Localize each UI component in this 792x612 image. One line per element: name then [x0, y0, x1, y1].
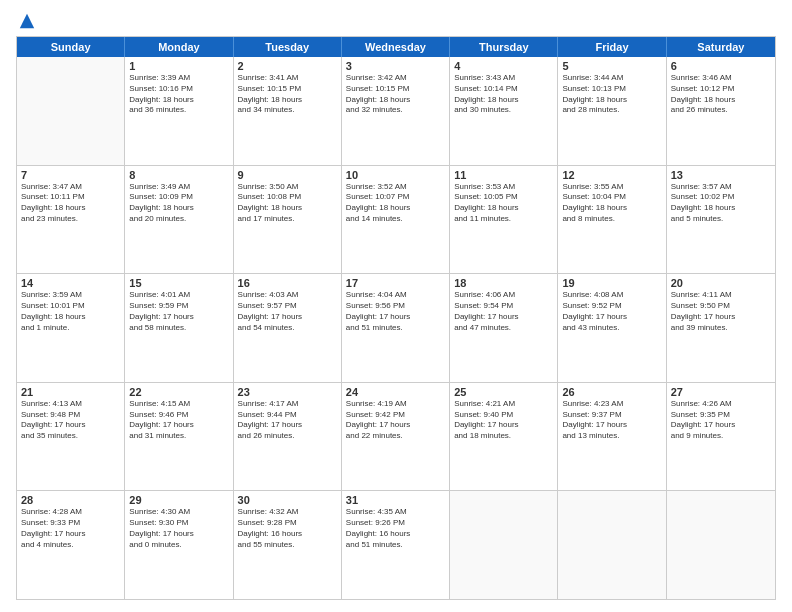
day-info: Sunrise: 4:06 AMSunset: 9:54 PMDaylight:… [454, 290, 553, 333]
day-number: 21 [21, 386, 120, 398]
svg-marker-0 [20, 14, 34, 28]
day-number: 2 [238, 60, 337, 72]
day-info: Sunrise: 4:13 AMSunset: 9:48 PMDaylight:… [21, 399, 120, 442]
day-info: Sunrise: 4:35 AMSunset: 9:26 PMDaylight:… [346, 507, 445, 550]
day-number: 16 [238, 277, 337, 289]
day-number: 15 [129, 277, 228, 289]
day-info: Sunrise: 4:32 AMSunset: 9:28 PMDaylight:… [238, 507, 337, 550]
weekday-header-wednesday: Wednesday [342, 37, 450, 57]
day-cell-16: 16Sunrise: 4:03 AMSunset: 9:57 PMDayligh… [234, 274, 342, 382]
day-number: 30 [238, 494, 337, 506]
day-info: Sunrise: 3:52 AMSunset: 10:07 PMDaylight… [346, 182, 445, 225]
empty-cell [450, 491, 558, 599]
day-number: 22 [129, 386, 228, 398]
day-number: 12 [562, 169, 661, 181]
day-info: Sunrise: 4:15 AMSunset: 9:46 PMDaylight:… [129, 399, 228, 442]
day-number: 29 [129, 494, 228, 506]
day-info: Sunrise: 3:44 AMSunset: 10:13 PMDaylight… [562, 73, 661, 116]
day-info: Sunrise: 3:42 AMSunset: 10:15 PMDaylight… [346, 73, 445, 116]
day-cell-15: 15Sunrise: 4:01 AMSunset: 9:59 PMDayligh… [125, 274, 233, 382]
day-info: Sunrise: 4:19 AMSunset: 9:42 PMDaylight:… [346, 399, 445, 442]
day-cell-26: 26Sunrise: 4:23 AMSunset: 9:37 PMDayligh… [558, 383, 666, 491]
day-number: 25 [454, 386, 553, 398]
day-info: Sunrise: 4:04 AMSunset: 9:56 PMDaylight:… [346, 290, 445, 333]
weekday-header-friday: Friday [558, 37, 666, 57]
day-info: Sunrise: 4:21 AMSunset: 9:40 PMDaylight:… [454, 399, 553, 442]
day-number: 20 [671, 277, 771, 289]
day-info: Sunrise: 4:23 AMSunset: 9:37 PMDaylight:… [562, 399, 661, 442]
day-number: 31 [346, 494, 445, 506]
day-cell-13: 13Sunrise: 3:57 AMSunset: 10:02 PMDaylig… [667, 166, 775, 274]
day-cell-11: 11Sunrise: 3:53 AMSunset: 10:05 PMDaylig… [450, 166, 558, 274]
weekday-header-saturday: Saturday [667, 37, 775, 57]
day-info: Sunrise: 4:26 AMSunset: 9:35 PMDaylight:… [671, 399, 771, 442]
day-cell-5: 5Sunrise: 3:44 AMSunset: 10:13 PMDayligh… [558, 57, 666, 165]
day-cell-25: 25Sunrise: 4:21 AMSunset: 9:40 PMDayligh… [450, 383, 558, 491]
day-number: 23 [238, 386, 337, 398]
day-info: Sunrise: 3:57 AMSunset: 10:02 PMDaylight… [671, 182, 771, 225]
day-info: Sunrise: 3:59 AMSunset: 10:01 PMDaylight… [21, 290, 120, 333]
weekday-header-tuesday: Tuesday [234, 37, 342, 57]
day-number: 1 [129, 60, 228, 72]
day-info: Sunrise: 4:30 AMSunset: 9:30 PMDaylight:… [129, 507, 228, 550]
day-cell-12: 12Sunrise: 3:55 AMSunset: 10:04 PMDaylig… [558, 166, 666, 274]
day-cell-17: 17Sunrise: 4:04 AMSunset: 9:56 PMDayligh… [342, 274, 450, 382]
day-number: 28 [21, 494, 120, 506]
day-number: 17 [346, 277, 445, 289]
week-row-5: 28Sunrise: 4:28 AMSunset: 9:33 PMDayligh… [17, 491, 775, 599]
day-number: 26 [562, 386, 661, 398]
day-info: Sunrise: 3:43 AMSunset: 10:14 PMDaylight… [454, 73, 553, 116]
day-info: Sunrise: 4:01 AMSunset: 9:59 PMDaylight:… [129, 290, 228, 333]
day-cell-20: 20Sunrise: 4:11 AMSunset: 9:50 PMDayligh… [667, 274, 775, 382]
day-info: Sunrise: 3:50 AMSunset: 10:08 PMDaylight… [238, 182, 337, 225]
day-cell-29: 29Sunrise: 4:30 AMSunset: 9:30 PMDayligh… [125, 491, 233, 599]
day-info: Sunrise: 4:17 AMSunset: 9:44 PMDaylight:… [238, 399, 337, 442]
day-cell-21: 21Sunrise: 4:13 AMSunset: 9:48 PMDayligh… [17, 383, 125, 491]
day-number: 24 [346, 386, 445, 398]
page: SundayMondayTuesdayWednesdayThursdayFrid… [0, 0, 792, 612]
weekday-header-sunday: Sunday [17, 37, 125, 57]
day-info: Sunrise: 3:53 AMSunset: 10:05 PMDaylight… [454, 182, 553, 225]
day-cell-8: 8Sunrise: 3:49 AMSunset: 10:09 PMDayligh… [125, 166, 233, 274]
day-cell-31: 31Sunrise: 4:35 AMSunset: 9:26 PMDayligh… [342, 491, 450, 599]
day-cell-10: 10Sunrise: 3:52 AMSunset: 10:07 PMDaylig… [342, 166, 450, 274]
calendar-header: SundayMondayTuesdayWednesdayThursdayFrid… [17, 37, 775, 57]
day-number: 13 [671, 169, 771, 181]
day-number: 10 [346, 169, 445, 181]
day-cell-28: 28Sunrise: 4:28 AMSunset: 9:33 PMDayligh… [17, 491, 125, 599]
header [16, 12, 776, 30]
day-number: 14 [21, 277, 120, 289]
weekday-header-monday: Monday [125, 37, 233, 57]
day-info: Sunrise: 3:47 AMSunset: 10:11 PMDaylight… [21, 182, 120, 225]
day-info: Sunrise: 4:11 AMSunset: 9:50 PMDaylight:… [671, 290, 771, 333]
day-cell-27: 27Sunrise: 4:26 AMSunset: 9:35 PMDayligh… [667, 383, 775, 491]
day-number: 27 [671, 386, 771, 398]
day-number: 4 [454, 60, 553, 72]
day-number: 19 [562, 277, 661, 289]
day-info: Sunrise: 3:55 AMSunset: 10:04 PMDaylight… [562, 182, 661, 225]
day-info: Sunrise: 4:08 AMSunset: 9:52 PMDaylight:… [562, 290, 661, 333]
empty-cell [558, 491, 666, 599]
day-cell-7: 7Sunrise: 3:47 AMSunset: 10:11 PMDayligh… [17, 166, 125, 274]
week-row-4: 21Sunrise: 4:13 AMSunset: 9:48 PMDayligh… [17, 383, 775, 492]
day-cell-3: 3Sunrise: 3:42 AMSunset: 10:15 PMDayligh… [342, 57, 450, 165]
empty-cell [17, 57, 125, 165]
day-info: Sunrise: 4:03 AMSunset: 9:57 PMDaylight:… [238, 290, 337, 333]
calendar-body: 1Sunrise: 3:39 AMSunset: 10:16 PMDayligh… [17, 57, 775, 599]
day-info: Sunrise: 3:41 AMSunset: 10:15 PMDaylight… [238, 73, 337, 116]
day-cell-9: 9Sunrise: 3:50 AMSunset: 10:08 PMDayligh… [234, 166, 342, 274]
day-cell-14: 14Sunrise: 3:59 AMSunset: 10:01 PMDaylig… [17, 274, 125, 382]
empty-cell [667, 491, 775, 599]
day-cell-22: 22Sunrise: 4:15 AMSunset: 9:46 PMDayligh… [125, 383, 233, 491]
weekday-header-thursday: Thursday [450, 37, 558, 57]
day-info: Sunrise: 4:28 AMSunset: 9:33 PMDaylight:… [21, 507, 120, 550]
day-info: Sunrise: 3:46 AMSunset: 10:12 PMDaylight… [671, 73, 771, 116]
day-number: 9 [238, 169, 337, 181]
day-cell-23: 23Sunrise: 4:17 AMSunset: 9:44 PMDayligh… [234, 383, 342, 491]
day-cell-18: 18Sunrise: 4:06 AMSunset: 9:54 PMDayligh… [450, 274, 558, 382]
day-cell-2: 2Sunrise: 3:41 AMSunset: 10:15 PMDayligh… [234, 57, 342, 165]
logo-icon [18, 12, 36, 30]
day-cell-6: 6Sunrise: 3:46 AMSunset: 10:12 PMDayligh… [667, 57, 775, 165]
day-number: 11 [454, 169, 553, 181]
day-number: 7 [21, 169, 120, 181]
